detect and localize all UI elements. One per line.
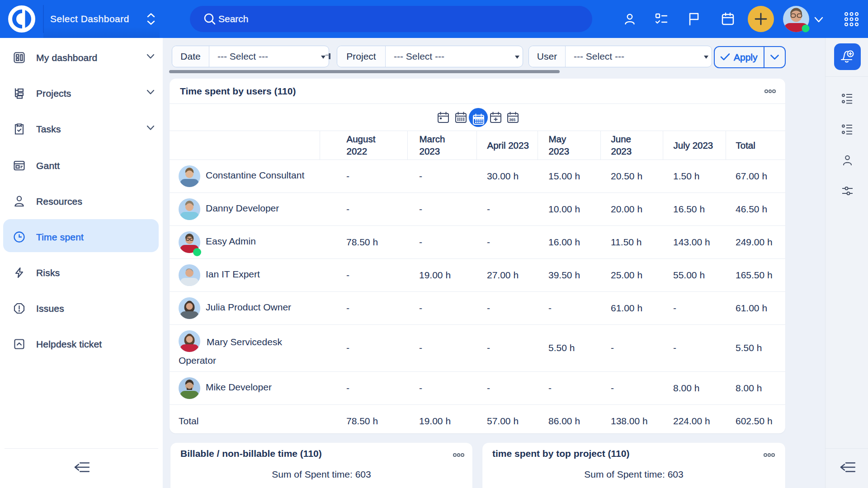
svg-text:365: 365 bbox=[509, 117, 515, 122]
